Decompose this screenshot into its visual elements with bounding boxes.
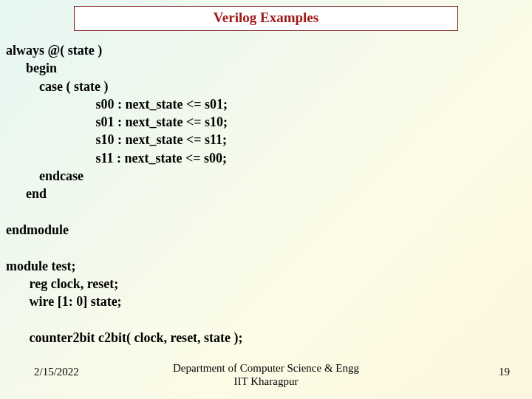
slide-title: Verilog Examples bbox=[214, 10, 318, 25]
title-box: Verilog Examples bbox=[74, 6, 458, 31]
footer-line2: IIT Kharagpur bbox=[234, 375, 299, 387]
footer-line1: Department of Computer Science & Engg bbox=[173, 362, 359, 374]
footer-affiliation: Department of Computer Science & Engg II… bbox=[0, 361, 532, 389]
code-block: always @( state ) begin case ( state ) s… bbox=[0, 41, 532, 347]
footer-page-number: 19 bbox=[499, 366, 510, 378]
